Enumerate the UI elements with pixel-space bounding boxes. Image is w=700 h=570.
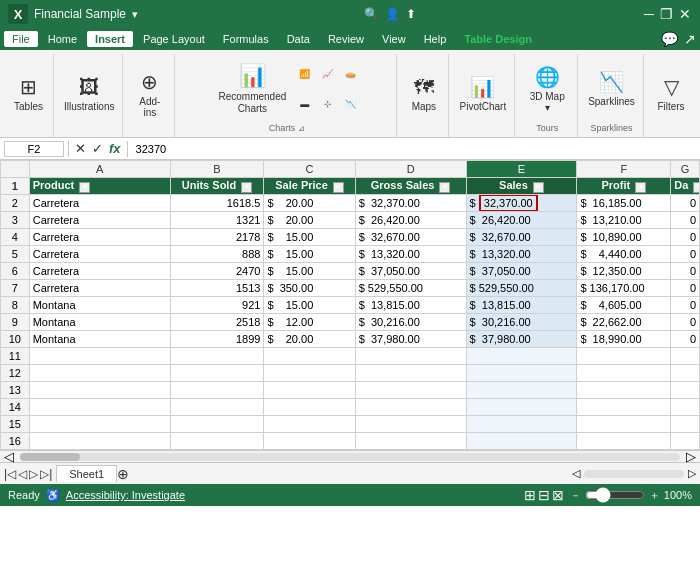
cell-F5[interactable]: $ 4,440.00 — [577, 246, 671, 263]
zoom-plus-icon[interactable]: ＋ — [649, 488, 660, 503]
col-B[interactable]: B — [170, 161, 264, 178]
cell-A12[interactable] — [29, 365, 170, 382]
menu-formulas[interactable]: Formulas — [215, 31, 277, 47]
zoom-level[interactable]: 100% — [664, 489, 692, 501]
scroll-left-button[interactable]: ◁ — [0, 449, 18, 464]
tab-prev-button[interactable]: ◁ — [18, 467, 27, 481]
col-E[interactable]: E — [466, 161, 577, 178]
header-product[interactable]: Product ▾ — [29, 178, 170, 195]
cell-B10[interactable]: 1899 — [170, 331, 264, 348]
cell-D10[interactable]: $ 37,980.00 — [355, 331, 466, 348]
cell-G10[interactable]: 0 — [671, 331, 700, 348]
cell-A4[interactable]: Carretera — [29, 229, 170, 246]
menu-table-design[interactable]: Table Design — [456, 31, 540, 47]
cell-E6[interactable]: $ 37,050.00 — [466, 263, 577, 280]
horizontal-scrollbar[interactable]: ◁ ▷ — [0, 450, 700, 462]
formula-input[interactable] — [132, 143, 696, 155]
pivotchart-button[interactable]: 📊 PivotChart — [454, 65, 513, 123]
menu-file[interactable]: File — [4, 31, 38, 47]
line-chart-button[interactable]: 📈 — [317, 60, 338, 88]
cell-E8[interactable]: $ 13,815.00 — [466, 297, 577, 314]
price-filter-btn[interactable]: ▾ — [333, 182, 344, 193]
cell-F8[interactable]: $ 4,605.00 — [577, 297, 671, 314]
cell-E4[interactable]: $ 32,670.00 — [466, 229, 577, 246]
cell-G5[interactable]: 0 — [671, 246, 700, 263]
cell-F7[interactable]: $ 136,170.00 — [577, 280, 671, 297]
cell-F2[interactable]: $ 16,185.00 — [577, 195, 671, 212]
column-chart-button[interactable]: 📶 — [294, 60, 315, 88]
zoom-slider[interactable] — [585, 487, 645, 503]
cell-A15[interactable] — [29, 416, 170, 433]
cell-E9[interactable]: $ 30,216.00 — [466, 314, 577, 331]
cell-F6[interactable]: $ 12,350.00 — [577, 263, 671, 280]
profile-icon[interactable]: 👤 — [385, 7, 400, 21]
gross-filter-btn[interactable]: ▾ — [439, 182, 450, 193]
cell-B3[interactable]: 1321 — [170, 212, 264, 229]
cell-E7[interactable]: $ 529,550.00 — [466, 280, 577, 297]
tab-next-button[interactable]: ▷ — [29, 467, 38, 481]
cell-D4[interactable]: $ 32,670.00 — [355, 229, 466, 246]
search-icon[interactable]: 🔍 — [364, 7, 379, 21]
menu-view[interactable]: View — [374, 31, 414, 47]
cell-B2[interactable]: 1618.5 — [170, 195, 264, 212]
formula-function-button[interactable]: fx — [107, 141, 123, 156]
cell-B8[interactable]: 921 — [170, 297, 264, 314]
formula-confirm-button[interactable]: ✓ — [90, 141, 105, 156]
col-C[interactable]: C — [264, 161, 355, 178]
illustrations-button[interactable]: 🖼 Illustrations — [58, 65, 121, 123]
view-normal-button[interactable]: ⊞ — [524, 487, 536, 503]
cell-D6[interactable]: $ 37,050.00 — [355, 263, 466, 280]
zoom-minus-icon[interactable]: － — [570, 488, 581, 503]
header-da[interactable]: Da ▾ — [671, 178, 700, 195]
restore-button[interactable]: ❐ — [660, 7, 674, 21]
tab-first-button[interactable]: |◁ — [4, 467, 16, 481]
tables-button[interactable]: ⊞ Tables — [8, 65, 49, 123]
header-gross-sales[interactable]: Gross Sales ▾ — [355, 178, 466, 195]
cell-G6[interactable]: 0 — [671, 263, 700, 280]
cell-E10[interactable]: $ 37,980.00 — [466, 331, 577, 348]
da-filter-btn[interactable]: ▾ — [693, 182, 699, 193]
charts-expand-icon[interactable]: ⊿ — [298, 124, 305, 133]
cell-C7[interactable]: $ 350.00 — [264, 280, 355, 297]
cell-G8[interactable]: 0 — [671, 297, 700, 314]
menu-insert[interactable]: Insert — [87, 31, 133, 47]
cell-B5[interactable]: 888 — [170, 246, 264, 263]
3dmap-button[interactable]: 🌐 3D Map ▾ — [523, 60, 571, 118]
cell-A2[interactable]: Carretera — [29, 195, 170, 212]
bar-chart-button[interactable]: ▬ — [294, 90, 315, 118]
cell-G3[interactable]: 0 — [671, 212, 700, 229]
share-icon[interactable]: ⬆ — [406, 7, 416, 21]
cell-C10[interactable]: $ 20.00 — [264, 331, 355, 348]
pie-chart-button[interactable]: 🥧 — [340, 60, 361, 88]
product-filter-btn[interactable]: ▾ — [79, 182, 90, 193]
scroll-thumb[interactable] — [20, 453, 80, 461]
accessibility-text[interactable]: Accessibility: Investigate — [66, 489, 185, 501]
scroll-right-button[interactable]: ▷ — [682, 449, 700, 464]
cell-F9[interactable]: $ 22,662.00 — [577, 314, 671, 331]
view-page-button[interactable]: ⊠ — [552, 487, 564, 503]
menu-page-layout[interactable]: Page Layout — [135, 31, 213, 47]
cell-F4[interactable]: $ 10,890.00 — [577, 229, 671, 246]
header-sales[interactable]: Sales ▾ — [466, 178, 577, 195]
cell-E5[interactable]: $ 13,320.00 — [466, 246, 577, 263]
cell-G4[interactable]: 0 — [671, 229, 700, 246]
cell-D3[interactable]: $ 26,420.00 — [355, 212, 466, 229]
menu-home[interactable]: Home — [40, 31, 85, 47]
cell-A8[interactable]: Montana — [29, 297, 170, 314]
header-sale-price[interactable]: Sale Price ▾ — [264, 178, 355, 195]
cell-C9[interactable]: $ 12.00 — [264, 314, 355, 331]
more-charts-button[interactable]: 📉 — [340, 90, 361, 118]
cell-D7[interactable]: $ 529,550.00 — [355, 280, 466, 297]
cell-B7[interactable]: 1513 — [170, 280, 264, 297]
cell-F3[interactable]: $ 13,210.00 — [577, 212, 671, 229]
sheet-tab-sheet1[interactable]: Sheet1 — [56, 465, 117, 482]
col-F[interactable]: F — [577, 161, 671, 178]
cell-A16[interactable] — [29, 433, 170, 450]
scroll-track[interactable] — [20, 453, 680, 461]
scatter-chart-button[interactable]: ⊹ — [317, 90, 338, 118]
menu-data[interactable]: Data — [279, 31, 318, 47]
tab-last-button[interactable]: ▷| — [40, 467, 52, 481]
cell-B9[interactable]: 2518 — [170, 314, 264, 331]
cell-D8[interactable]: $ 13,815.00 — [355, 297, 466, 314]
cell-G9[interactable]: 0 — [671, 314, 700, 331]
